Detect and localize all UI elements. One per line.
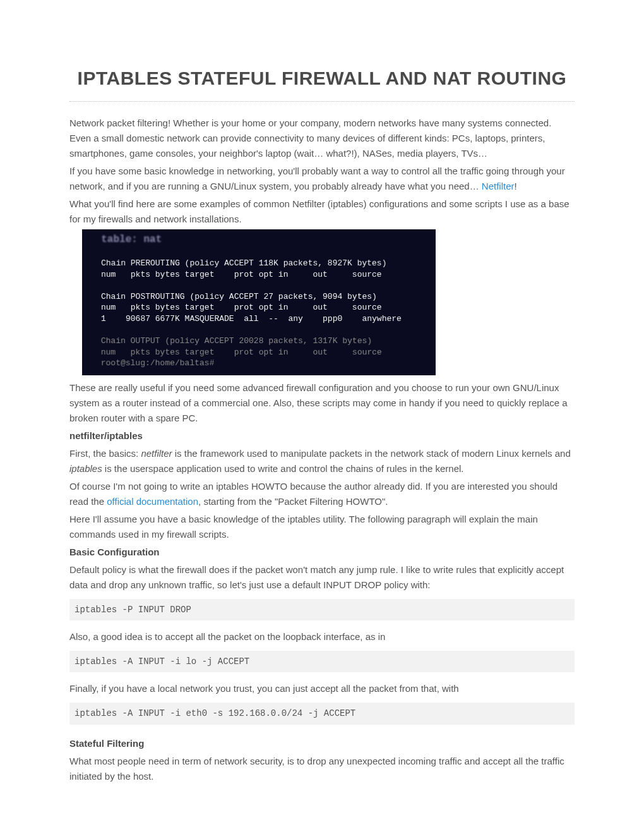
- section-heading-stateful: Stateful Filtering: [69, 736, 575, 751]
- fig-line: 1 90687 6677K MASQUERADE all -- any ppp0…: [101, 314, 402, 323]
- section-heading-basic-config: Basic Configuration: [69, 545, 575, 560]
- intro-paragraph-3: What you'll find here are some examples …: [69, 196, 575, 227]
- heading-text: Stateful Filtering: [69, 738, 144, 749]
- intro-paragraph-1: Network packet filtering! Whether is you…: [69, 116, 575, 161]
- article-page: IPTABLES STATEFUL FIREWALL AND NAT ROUTI…: [0, 0, 644, 825]
- term-netfilter: netfilter: [141, 448, 172, 459]
- text: is the userspace application used to wri…: [102, 463, 464, 474]
- text: , starting from the "Packet Filtering HO…: [198, 496, 388, 507]
- loopback-paragraph: Also, a good idea is to accept all the p…: [69, 629, 575, 644]
- fig-line: num pkts bytes target prot opt in out so…: [101, 270, 382, 279]
- fig-line: table: nat: [101, 234, 162, 245]
- fig-line: num pkts bytes target prot opt in out so…: [101, 348, 382, 357]
- stateful-paragraph: What most people need in term of network…: [69, 754, 575, 784]
- fig-line: root@slug:/home/baltas#: [101, 358, 215, 368]
- netfilter-definition: First, the basics: netfilter is the fram…: [69, 446, 575, 476]
- fig-line: Chain OUTPUT (policy ACCEPT 20028 packet…: [101, 336, 372, 346]
- term-iptables: iptables: [69, 463, 102, 474]
- heading-text: Basic Configuration: [69, 547, 160, 557]
- page-title: IPTABLES STATEFUL FIREWALL AND NAT ROUTI…: [69, 63, 575, 102]
- code-block-local-net: iptables -A INPUT -i eth0 -s 192.168.0.0…: [69, 703, 575, 724]
- default-policy-paragraph: Default policy is what the firewall does…: [69, 562, 575, 593]
- text: First, the basics:: [69, 448, 141, 459]
- section-heading-netfilter: netfilter/iptables: [69, 428, 575, 444]
- fig-line: num pkts bytes target prot opt in out so…: [101, 303, 382, 312]
- code-block-input-drop: iptables -P INPUT DROP: [69, 599, 575, 620]
- text: is the framework used to manipulate pack…: [172, 448, 571, 459]
- official-documentation-link[interactable]: official documentation: [107, 496, 198, 507]
- heading-text: netfilter/iptables: [69, 430, 143, 441]
- fig-line: Chain POSTROUTING (policy ACCEPT 27 pack…: [101, 292, 377, 301]
- terminal-screenshot: table: nat Chain PREROUTING (policy ACCE…: [82, 229, 436, 375]
- documentation-reference: Of course I'm not going to write an ipta…: [69, 479, 575, 509]
- local-network-paragraph: Finally, if you have a local network you…: [69, 681, 575, 696]
- code-block-loopback: iptables -A INPUT -i lo -j ACCEPT: [69, 651, 575, 672]
- netfilter-link[interactable]: Netfilter: [482, 181, 515, 191]
- assumption-paragraph: Here I'll assume you have a basic knowle…: [69, 512, 575, 542]
- intro-paragraph-2: If you have some basic knowledge in netw…: [69, 164, 575, 194]
- text: !: [515, 181, 517, 191]
- paragraph-after-figure: These are really useful if you need some…: [69, 380, 575, 426]
- fig-line: Chain PREROUTING (policy ACCEPT 118K pac…: [101, 258, 386, 268]
